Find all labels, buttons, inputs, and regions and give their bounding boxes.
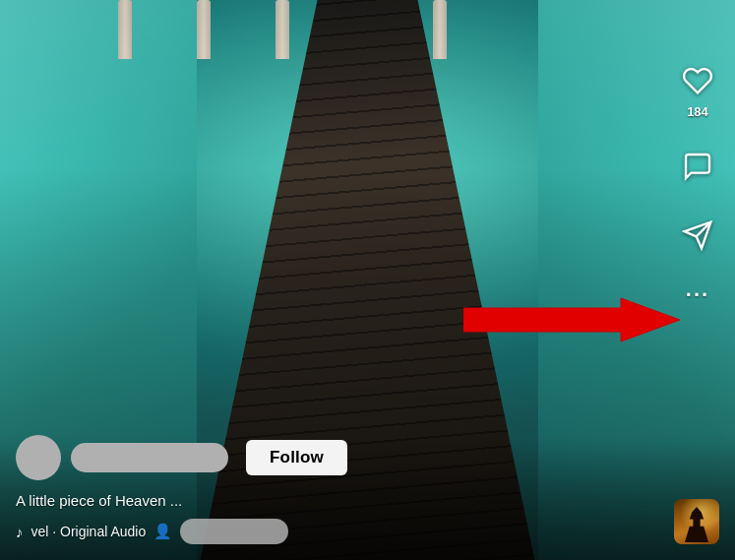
caption-text: A little piece of Heaven ... — [16, 492, 719, 509]
svg-marker-3 — [463, 298, 680, 342]
red-arrow — [463, 290, 680, 349]
share-button[interactable] — [676, 214, 719, 257]
user-row: Follow — [16, 435, 719, 480]
follow-button[interactable]: Follow — [246, 440, 347, 475]
actions-panel: 184 ··· — [676, 59, 719, 308]
bottom-overlay: Follow A little piece of Heaven ... ♪ ve… — [0, 435, 735, 560]
avatar[interactable] — [16, 435, 61, 480]
audio-creator-pill — [180, 519, 288, 544]
send-icon[interactable] — [676, 214, 719, 257]
more-dots-icon[interactable]: ··· — [686, 282, 709, 308]
comment-icon[interactable] — [676, 145, 719, 188]
more-button[interactable]: ··· — [686, 282, 709, 308]
music-icon: ♪ — [16, 524, 24, 540]
audio-row: ♪ vel · Original Audio 👤 — [16, 519, 719, 544]
person-icon: 👤 — [153, 523, 172, 540]
heart-icon[interactable] — [676, 59, 719, 102]
album-art-thumbnail[interactable] — [674, 499, 719, 544]
comment-button[interactable] — [676, 145, 719, 188]
like-count: 184 — [687, 104, 708, 119]
like-button[interactable]: 184 — [676, 59, 719, 119]
person-silhouette — [685, 507, 708, 542]
username-pill — [71, 443, 228, 472]
audio-text: vel · Original Audio — [31, 524, 147, 539]
album-art-image — [674, 499, 719, 544]
